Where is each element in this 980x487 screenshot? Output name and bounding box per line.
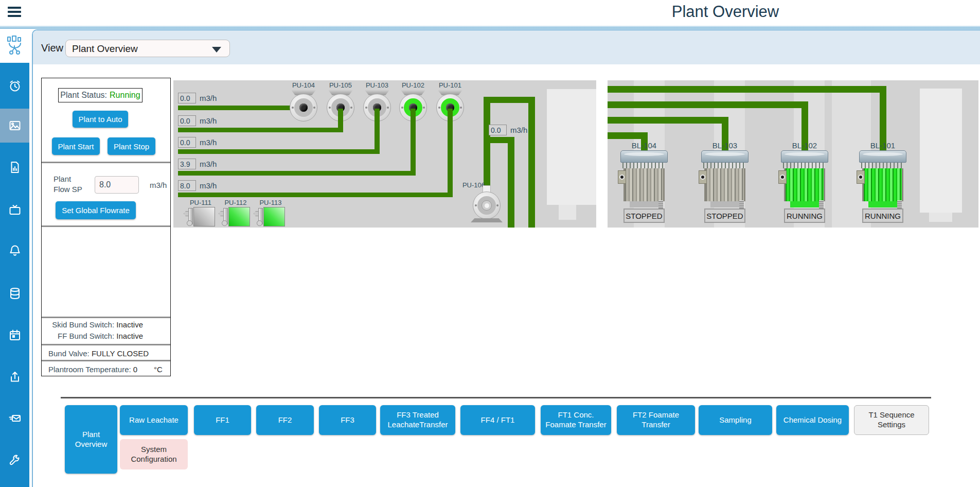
dosing-pump-label: PU-113 bbox=[254, 199, 288, 206]
blower-label: BL-101 bbox=[859, 141, 906, 150]
sidebar-item-maintenance[interactable] bbox=[0, 443, 29, 477]
dosing-pump-unit: PU-111 bbox=[184, 199, 218, 229]
ff-bund-switch-value: Inactive bbox=[116, 332, 143, 340]
dosing-pump-PU-113[interactable] bbox=[263, 207, 285, 227]
skid-bund-switch-row: Skid Bund Switch: Inactive bbox=[42, 320, 171, 329]
nav-tab-sampling[interactable]: Sampling bbox=[699, 405, 772, 435]
pipe bbox=[178, 171, 413, 176]
blower-BL-104[interactable]: BL-104 STOPPED bbox=[620, 141, 668, 223]
nav-tab-ff3-treated-leachate-transfer[interactable]: FF3 Treated LeachateTransfer bbox=[380, 405, 455, 435]
nav-tab-system-configuration[interactable]: System Configuration bbox=[120, 439, 188, 469]
sidebar-item-scheduler[interactable] bbox=[0, 69, 29, 103]
flow-readout-row: 0.0 m3/h bbox=[178, 137, 217, 148]
plant-to-auto-button[interactable]: Plant to Auto bbox=[73, 111, 128, 128]
blower-BL-102[interactable]: BL-102 RUNNING bbox=[781, 141, 828, 223]
pump-label: PU-103 bbox=[357, 81, 398, 89]
pump-label: PU-102 bbox=[393, 81, 434, 89]
app-window: Plant Overview bbox=[0, 0, 980, 487]
pipe bbox=[178, 193, 450, 197]
pipe bbox=[608, 117, 728, 124]
section-divider bbox=[42, 317, 170, 318]
app-logo[interactable] bbox=[0, 29, 29, 63]
flow-value: 8.0 bbox=[178, 180, 196, 191]
hamburger-menu-icon[interactable] bbox=[8, 7, 21, 19]
nav-tab-raw-leachate[interactable]: Raw Leachate bbox=[120, 405, 188, 435]
blower-fins bbox=[861, 163, 904, 168]
nav-tab-t1-sequence-settings[interactable]: T1 Sequence Settings bbox=[854, 405, 929, 435]
blower-label: BL-102 bbox=[781, 141, 828, 150]
nav-tab-ff2[interactable]: FF2 bbox=[256, 405, 314, 435]
blower-junction-box bbox=[618, 170, 626, 184]
pump-PU-106[interactable] bbox=[473, 192, 501, 219]
blower-base bbox=[630, 201, 658, 207]
top-bar: Plant Overview bbox=[0, 0, 980, 26]
plant-status-box: Plant Status: Running bbox=[58, 88, 142, 102]
nav-tab-plant-overview[interactable]: Plant Overview bbox=[65, 405, 117, 474]
dosing-pump-PU-112[interactable] bbox=[228, 207, 250, 227]
blower-cap bbox=[781, 150, 828, 163]
blower-junction-box bbox=[778, 170, 787, 184]
bund-valve-row: Bund Valve: FULLY CLOSED bbox=[48, 349, 149, 358]
page-title: Plant Overview bbox=[607, 3, 844, 21]
plantroom-temperature-row: Plantroom Temperature: 0 bbox=[48, 365, 137, 374]
sidebar-item-alarms[interactable] bbox=[0, 234, 29, 268]
flow-value: 0.0 bbox=[489, 125, 507, 135]
storage-tank-foot bbox=[929, 213, 952, 222]
flow-value: 0.0 bbox=[178, 93, 196, 103]
view-dropdown[interactable]: Plant Overview bbox=[65, 40, 230, 57]
plant-stop-button[interactable]: Plant Stop bbox=[108, 137, 155, 155]
pump-label: PU-104 bbox=[283, 81, 324, 89]
plant-flow-sp-unit: m3/h bbox=[150, 181, 167, 189]
blower-body bbox=[704, 168, 745, 201]
pipe bbox=[448, 109, 453, 197]
dosing-pump-unit: PU-112 bbox=[219, 199, 253, 229]
flow-unit: m3/h bbox=[510, 126, 527, 134]
blower-cap bbox=[701, 150, 749, 163]
sidebar-item-database[interactable] bbox=[0, 276, 29, 310]
plantroom-temperature-unit: °C bbox=[154, 365, 163, 374]
sidebar-item-messages[interactable] bbox=[0, 402, 29, 436]
set-global-flowrate-button[interactable]: Set Global Flowrate bbox=[56, 201, 136, 219]
nav-tab-ff3[interactable]: FF3 bbox=[319, 405, 376, 435]
blower-cap bbox=[859, 150, 906, 163]
blower-status-badge: STOPPED bbox=[704, 208, 745, 223]
blower-cap bbox=[620, 150, 668, 163]
blower-BL-103[interactable]: BL-103 STOPPED bbox=[701, 141, 749, 223]
flow-unit: m3/h bbox=[200, 116, 217, 125]
pipe bbox=[338, 109, 343, 132]
flow-value: 0.0 bbox=[178, 137, 196, 148]
flow-value: 3.9 bbox=[178, 159, 196, 169]
blower-base bbox=[790, 201, 819, 207]
sidebar-item-display[interactable] bbox=[0, 193, 29, 227]
nav-tab-ff1[interactable]: FF1 bbox=[194, 405, 251, 435]
nav-tab-ft1-conc-foamate-transfer[interactable]: FT1 Conc. Foamate Transfer bbox=[541, 405, 611, 435]
sidebar-item-export[interactable] bbox=[0, 360, 29, 394]
pipe bbox=[508, 137, 514, 228]
plant-flow-sp-input[interactable] bbox=[95, 176, 139, 194]
wrench-icon bbox=[8, 454, 22, 467]
header-divider bbox=[0, 26, 980, 29]
pump-hub bbox=[482, 200, 492, 211]
dosing-valve-ball bbox=[222, 220, 227, 226]
sidebar-item-calendar[interactable] bbox=[0, 318, 29, 352]
blower-station-diagram: BL-104 STOPPED BL-103 STOPPED BL-102 bbox=[608, 80, 978, 228]
image-icon bbox=[8, 119, 22, 132]
nav-tab-ff4-ft1[interactable]: FF4 / FT1 bbox=[460, 405, 535, 435]
nav-tab-ft2-foamate-transfer[interactable]: FT2 Foamate Transfer bbox=[617, 405, 695, 435]
pump-PU-104[interactable] bbox=[290, 94, 317, 121]
database-icon bbox=[8, 287, 22, 300]
sidebar-item-plant-mimic[interactable] bbox=[0, 109, 29, 143]
plant-control-panel: Plant Status: Running Plant to Auto Plan… bbox=[41, 78, 171, 376]
nav-tab-chemical-dosing[interactable]: Chemical Dosing bbox=[776, 405, 849, 435]
blower-label: BL-104 bbox=[620, 141, 668, 150]
section-divider bbox=[42, 344, 170, 345]
blower-BL-101[interactable]: BL-101 RUNNING bbox=[859, 141, 906, 223]
pipe bbox=[484, 100, 490, 187]
flow-unit: m3/h bbox=[200, 181, 217, 190]
plant-start-button[interactable]: Plant Start bbox=[52, 137, 100, 155]
flow-readout-row: 3.9 m3/h bbox=[178, 159, 217, 169]
sidebar-item-reports[interactable] bbox=[0, 150, 29, 184]
blower-status-badge: RUNNING bbox=[784, 208, 825, 223]
bund-valve-value: FULLY CLOSED bbox=[92, 349, 149, 358]
dosing-pump-PU-111[interactable] bbox=[193, 207, 215, 227]
